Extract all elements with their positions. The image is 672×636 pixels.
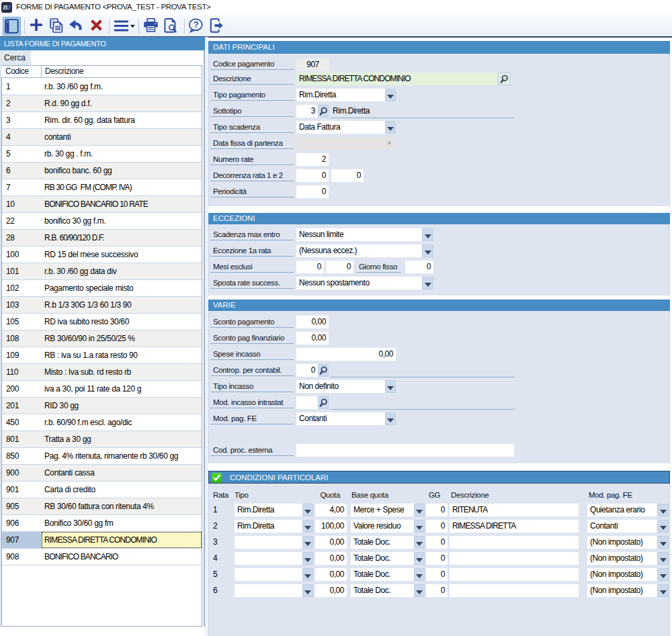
svg-text:?: ? xyxy=(194,20,199,30)
